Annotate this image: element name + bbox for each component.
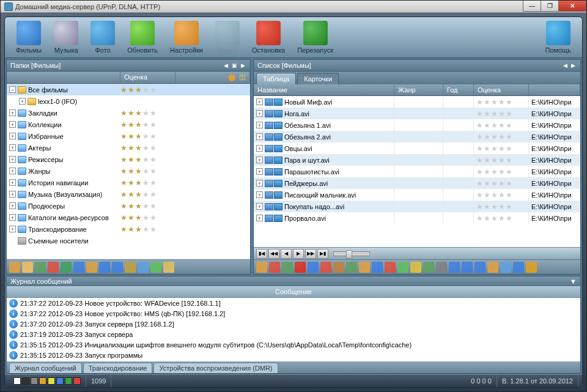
star-icon[interactable]: ★ — [498, 203, 506, 210]
star-icon[interactable]: ★ — [150, 121, 157, 128]
tree-row[interactable]: Съемные носители — [7, 235, 250, 246]
star-icon[interactable]: ★ — [142, 156, 150, 163]
star-icon[interactable]: ★ — [484, 215, 491, 222]
folder-tree[interactable]: −Все фильмы★★★★★+lexx1-0 (IFO)+Закладки★… — [7, 84, 250, 259]
photo-button[interactable]: Фото — [86, 20, 120, 55]
tab-table[interactable]: Таблица — [256, 73, 296, 84]
nav-left-icon[interactable]: ◀ — [562, 62, 569, 68]
star-icon[interactable]: ★ — [506, 145, 513, 152]
star-icon[interactable]: ★ — [135, 109, 142, 117]
color-green[interactable] — [65, 377, 72, 385]
star-icon[interactable]: ★ — [128, 168, 135, 175]
star-icon[interactable]: ★ — [506, 122, 513, 129]
star-icon[interactable]: ★ — [128, 156, 135, 163]
list-row[interactable]: +Новый Миф.avi★★★★★E:\КИНО\при — [254, 96, 580, 108]
toolbar-icon[interactable] — [295, 262, 306, 273]
star-icon[interactable]: ★ — [142, 86, 150, 94]
minimize-button[interactable] — [523, 1, 541, 12]
star-icon[interactable]: ★ — [120, 202, 128, 210]
star-icon[interactable]: ★ — [135, 179, 142, 187]
toolbar-icon[interactable] — [308, 262, 319, 273]
tree-row[interactable]: +Каталоги медиа-ресурсов★★★★★ — [7, 212, 250, 223]
star-icon[interactable]: ★ — [120, 133, 128, 140]
star-icon[interactable]: ★ — [150, 156, 157, 163]
star-icon[interactable]: ★ — [142, 202, 150, 210]
star-icon[interactable]: ★ — [491, 122, 498, 129]
list-row[interactable]: +Обезьяна 1.avi★★★★★E:\КИНО\при — [254, 119, 580, 131]
stop-button[interactable]: Остановка — [247, 20, 290, 55]
star-icon[interactable]: ★ — [491, 145, 498, 152]
pb-last-icon[interactable]: ▶▮ — [317, 249, 328, 259]
toolbar-icon[interactable] — [269, 262, 280, 273]
star-icon[interactable]: ★ — [142, 109, 150, 117]
color-blue[interactable] — [56, 377, 64, 385]
star-icon[interactable]: ★ — [498, 110, 506, 117]
toolbar-icon[interactable] — [86, 262, 97, 273]
lock-icon[interactable]: ⬤ — [228, 73, 235, 81]
star-icon[interactable]: ★ — [135, 226, 142, 233]
col-path[interactable] — [529, 84, 580, 95]
log-column[interactable]: Сообщение — [7, 286, 580, 298]
star-icon[interactable]: ★ — [506, 215, 513, 222]
log-row[interactable]: i21:37:19 2012-09-23 Запуск сервера — [7, 329, 580, 339]
star-icon[interactable]: ★ — [128, 226, 135, 233]
star-icon[interactable]: ★ — [135, 191, 142, 198]
expander-icon[interactable]: + — [9, 202, 16, 209]
star-icon[interactable]: ★ — [128, 202, 135, 210]
expander-icon[interactable]: + — [9, 226, 16, 232]
toolbar-icon[interactable] — [397, 262, 408, 273]
restart-button[interactable]: Перезапуск — [292, 20, 338, 55]
toolbar-icon[interactable] — [410, 262, 421, 273]
star-icon[interactable]: ★ — [150, 226, 157, 233]
expander-icon[interactable]: + — [256, 110, 263, 117]
star-icon[interactable]: ★ — [120, 109, 128, 117]
star-icon[interactable]: ★ — [491, 180, 498, 187]
tree-row[interactable]: +Жанры★★★★★ — [7, 165, 250, 177]
star-icon[interactable]: ★ — [476, 122, 484, 129]
star-icon[interactable]: ★ — [135, 202, 142, 210]
toolbar-icon[interactable] — [61, 262, 72, 273]
tab-dmr[interactable]: Устройства воспроизведения (DMR) — [153, 363, 278, 373]
list-row[interactable]: +Нога.avi★★★★★E:\КИНО\при — [254, 108, 580, 119]
star-icon[interactable]: ★ — [498, 168, 506, 176]
list-row[interactable]: +Овцы.avi★★★★★E:\КИНО\при — [254, 142, 580, 154]
star-icon[interactable]: ★ — [476, 133, 484, 141]
star-icon[interactable]: ★ — [491, 110, 498, 117]
films-button[interactable]: Фильмы — [11, 20, 46, 55]
star-icon[interactable]: ★ — [128, 109, 135, 117]
toolbar-icon[interactable] — [256, 262, 267, 273]
star-icon[interactable]: ★ — [484, 122, 491, 129]
toolbar-icon[interactable] — [385, 262, 396, 273]
list-row[interactable]: +Покупать надо...avi★★★★★E:\КИНО\при — [254, 201, 580, 212]
expander-icon[interactable]: + — [256, 180, 263, 187]
star-icon[interactable]: ★ — [506, 180, 513, 187]
star-icon[interactable]: ★ — [135, 133, 142, 140]
star-icon[interactable]: ★ — [128, 133, 135, 140]
col-genre[interactable]: Жанр — [394, 84, 443, 95]
toolbar-icon[interactable] — [150, 262, 161, 273]
star-icon[interactable]: ★ — [128, 214, 135, 221]
log-row[interactable]: i21:37:22 2012-09-23 Новое устройство: H… — [7, 308, 580, 319]
star-icon[interactable]: ★ — [484, 133, 491, 141]
star-icon[interactable]: ★ — [150, 214, 157, 221]
star-icon[interactable]: ★ — [142, 179, 150, 187]
help-button[interactable]: Помощь — [541, 20, 577, 55]
star-icon[interactable]: ★ — [498, 191, 506, 199]
star-icon[interactable]: ★ — [120, 191, 128, 198]
tree-row[interactable]: +Продюсеры★★★★★ — [7, 200, 250, 212]
toolbar-icon[interactable] — [449, 262, 460, 273]
close-button[interactable] — [558, 1, 586, 12]
log-row[interactable]: i21:35:15 2012-09-23 Запуск программы — [7, 350, 580, 360]
star-icon[interactable]: ★ — [498, 122, 506, 129]
star-icon[interactable]: ★ — [491, 157, 498, 164]
star-icon[interactable]: ★ — [476, 110, 484, 117]
star-icon[interactable]: ★ — [120, 86, 128, 94]
toolbar-icon[interactable] — [320, 262, 331, 273]
toolbar-icon[interactable] — [513, 262, 524, 273]
pb-next-icon[interactable]: ▶ — [293, 249, 304, 259]
star-icon[interactable]: ★ — [135, 121, 142, 128]
toolbar-icon[interactable] — [474, 262, 485, 273]
star-icon[interactable]: ★ — [120, 226, 128, 233]
star-icon[interactable]: ★ — [150, 168, 157, 175]
color-orange[interactable] — [39, 377, 46, 385]
